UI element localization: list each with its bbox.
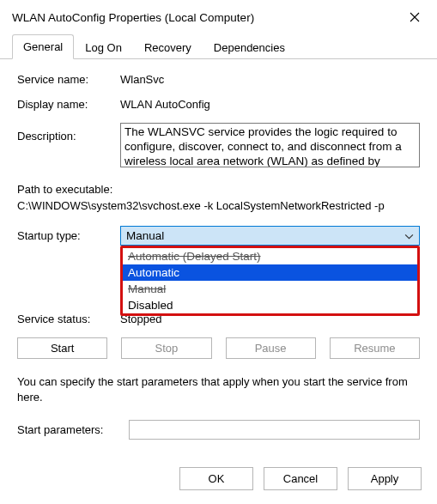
resume-button: Resume — [330, 337, 420, 359]
path-label: Path to executable: — [17, 183, 420, 196]
tab-log-on[interactable]: Log On — [74, 35, 133, 59]
display-name-label: Display name: — [17, 98, 120, 111]
path-value: C:\WINDOWS\system32\svchost.exe -k Local… — [17, 199, 420, 212]
ok-button[interactable]: OK — [179, 467, 253, 490]
path-section: Path to executable: C:\WINDOWS\system32\… — [17, 183, 420, 212]
start-params-help-text: You can specify the start parameters tha… — [17, 374, 420, 404]
description-row: Description: The WLANSVC service provide… — [17, 123, 420, 167]
dropdown-item-disabled[interactable]: Disabled — [123, 297, 417, 313]
dropdown-item-auto-delayed[interactable]: Automatic (Delayed Start) — [123, 248, 417, 264]
dialog-footer: OK Cancel Apply — [0, 458, 437, 504]
service-name-row: Service name: WlanSvc — [17, 73, 420, 86]
start-parameters-label: Start parameters: — [17, 423, 129, 436]
tab-recovery[interactable]: Recovery — [133, 35, 203, 59]
window-title: WLAN AutoConfig Properties (Local Comput… — [12, 11, 254, 24]
dropdown-item-manual[interactable]: Manual — [123, 281, 417, 297]
startup-type-label: Startup type: — [17, 229, 120, 242]
tab-dependencies[interactable]: Dependencies — [203, 35, 296, 59]
general-tab-content: Service name: WlanSvc Display name: WLAN… — [0, 59, 437, 458]
close-button[interactable] — [404, 9, 425, 27]
start-parameters-input[interactable] — [129, 420, 420, 440]
cancel-button[interactable]: Cancel — [264, 467, 337, 490]
display-name-value: WLAN AutoConfig — [120, 98, 420, 111]
tab-general[interactable]: General — [12, 34, 74, 59]
pause-button: Pause — [226, 337, 316, 359]
startup-type-combo-wrap: Manual Automatic (Delayed Start) Automat… — [120, 226, 420, 246]
stop-button: Stop — [121, 337, 211, 359]
close-icon — [410, 12, 420, 22]
description-text: The WLANSVC service provides the logic r… — [124, 125, 402, 167]
service-control-buttons: Start Stop Pause Resume — [17, 337, 420, 359]
tabstrip: General Log On Recovery Dependencies — [0, 33, 437, 59]
titlebar: WLAN AutoConfig Properties (Local Comput… — [0, 0, 437, 33]
startup-type-dropdown: Automatic (Delayed Start) Automatic Manu… — [120, 246, 420, 316]
service-status-label: Service status: — [17, 313, 120, 325]
display-name-row: Display name: WLAN AutoConfig — [17, 98, 420, 111]
service-properties-dialog: WLAN AutoConfig Properties (Local Comput… — [0, 0, 437, 504]
service-name-label: Service name: — [17, 73, 120, 86]
description-textbox[interactable]: The WLANSVC service provides the logic r… — [120, 123, 420, 167]
startup-type-combobox[interactable]: Manual — [120, 226, 420, 246]
startup-type-row: Startup type: Manual Automatic (Delayed … — [17, 226, 420, 246]
dropdown-item-automatic[interactable]: Automatic — [123, 264, 417, 281]
description-label: Description: — [17, 123, 120, 143]
start-button[interactable]: Start — [17, 337, 107, 359]
apply-button[interactable]: Apply — [348, 467, 422, 490]
startup-type-selected: Manual — [126, 229, 164, 242]
start-parameters-row: Start parameters: — [17, 420, 420, 440]
service-name-value: WlanSvc — [120, 73, 420, 86]
chevron-down-icon — [404, 229, 414, 242]
